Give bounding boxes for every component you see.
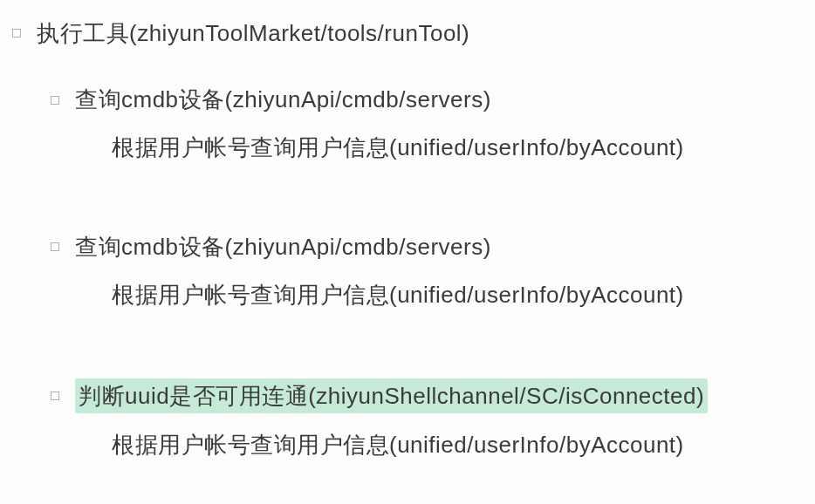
bullet-icon: [12, 29, 21, 37]
list-item: 执行工具(zhiyunToolMarket/tools/runTool): [0, 17, 815, 49]
item-label: 根据用户帐号查询用户信息(unified/userInfo/byAccount): [112, 429, 684, 460]
list-item: 根据用户帐号查询用户信息(unified/userInfo/byAccount): [0, 429, 815, 460]
bullet-icon: [51, 96, 59, 105]
list-item: 查询cmdb设备(zhiyunApi/cmdb/servers): [0, 231, 815, 262]
list-item: 根据用户帐号查询用户信息(unified/userInfo/byAccount): [0, 132, 815, 163]
item-label: 执行工具(zhiyunToolMarket/tools/runTool): [37, 17, 469, 49]
item-label: 根据用户帐号查询用户信息(unified/userInfo/byAccount): [112, 279, 684, 310]
bullet-icon: [51, 392, 59, 400]
item-label: 查询cmdb设备(zhiyunApi/cmdb/servers): [75, 231, 491, 262]
list-item: 判断uuid是否可用连通(zhiyunShellchannel/SC/isCon…: [0, 378, 815, 413]
list-item: 查询cmdb设备(zhiyunApi/cmdb/servers): [0, 84, 815, 115]
list-item: 根据用户帐号查询用户信息(unified/userInfo/byAccount): [0, 279, 815, 310]
outline-document: 执行工具(zhiyunToolMarket/tools/runTool) 查询c…: [0, 0, 815, 461]
item-label: 查询cmdb设备(zhiyunApi/cmdb/servers): [75, 84, 491, 115]
item-label: 根据用户帐号查询用户信息(unified/userInfo/byAccount): [112, 132, 684, 163]
item-label-highlighted: 判断uuid是否可用连通(zhiyunShellchannel/SC/isCon…: [75, 378, 708, 413]
bullet-icon: [51, 242, 59, 251]
